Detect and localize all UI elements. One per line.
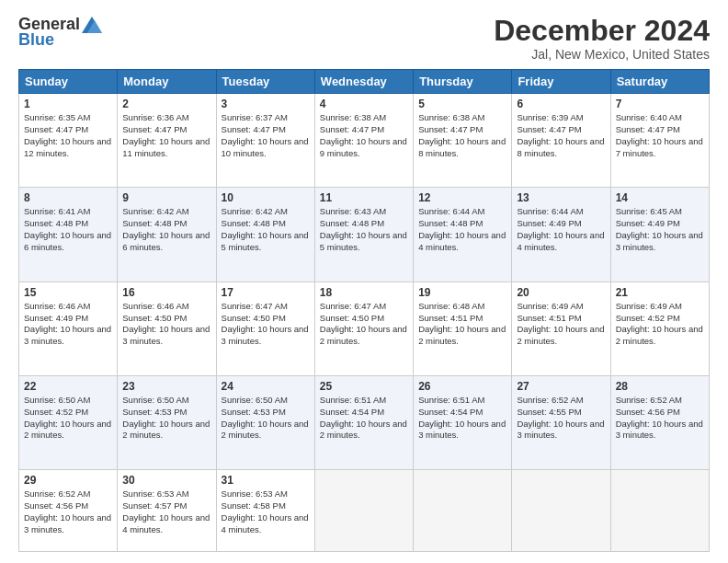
day-info: Sunrise: 6:50 AM	[122, 395, 210, 407]
day-number: 31	[222, 474, 310, 487]
day-number: 28	[616, 380, 704, 393]
table-row: 16Sunrise: 6:46 AMSunset: 4:50 PMDayligh…	[118, 282, 216, 375]
day-number: 6	[517, 98, 605, 110]
logo-blue: Blue	[18, 30, 54, 50]
table-row: 2Sunrise: 6:36 AMSunset: 4:47 PMDaylight…	[118, 94, 216, 188]
day-info: Sunset: 4:53 PM	[122, 407, 210, 419]
day-info: Sunset: 4:54 PM	[418, 407, 506, 419]
day-info: Sunrise: 6:49 AM	[616, 301, 704, 313]
day-info: Sunset: 4:47 PM	[517, 124, 605, 136]
day-info: Sunset: 4:48 PM	[418, 218, 506, 230]
day-info: Sunrise: 6:48 AM	[418, 301, 506, 313]
day-info: Sunrise: 6:46 AM	[24, 301, 112, 313]
day-number: 12	[418, 191, 506, 204]
day-info: Daylight: 10 hours and 2 minutes.	[418, 324, 506, 348]
day-info: Sunset: 4:49 PM	[517, 218, 605, 230]
day-number: 2	[122, 98, 210, 110]
table-row: 6Sunrise: 6:39 AMSunset: 4:47 PMDaylight…	[512, 94, 610, 188]
day-info: Daylight: 10 hours and 9 minutes.	[320, 136, 408, 160]
day-info: Daylight: 10 hours and 11 minutes.	[122, 136, 210, 160]
day-info: Daylight: 10 hours and 8 minutes.	[418, 136, 506, 160]
day-info: Sunrise: 6:37 AM	[222, 112, 310, 124]
table-row: 13Sunrise: 6:44 AMSunset: 4:49 PMDayligh…	[512, 188, 610, 282]
day-info: Sunrise: 6:51 AM	[320, 395, 408, 407]
day-info: Sunrise: 6:36 AM	[122, 112, 210, 124]
day-info: Sunset: 4:47 PM	[122, 124, 210, 136]
day-info: Sunset: 4:47 PM	[24, 124, 112, 136]
day-info: Sunrise: 6:45 AM	[616, 206, 704, 218]
table-row: 18Sunrise: 6:47 AMSunset: 4:50 PMDayligh…	[314, 282, 413, 375]
day-info: Sunrise: 6:47 AM	[320, 301, 408, 313]
day-number: 30	[122, 474, 210, 487]
day-info: Sunset: 4:58 PM	[222, 500, 310, 512]
day-info: Daylight: 10 hours and 3 minutes.	[616, 419, 704, 442]
day-number: 10	[222, 191, 310, 204]
day-info: Sunrise: 6:39 AM	[517, 112, 605, 124]
table-row: 17Sunrise: 6:47 AMSunset: 4:50 PMDayligh…	[216, 282, 314, 375]
table-row	[314, 470, 413, 552]
table-row: 1Sunrise: 6:35 AMSunset: 4:47 PMDaylight…	[19, 94, 118, 188]
day-info: Sunrise: 6:41 AM	[24, 206, 112, 218]
day-number: 19	[418, 286, 506, 299]
day-info: Sunset: 4:47 PM	[418, 124, 506, 136]
day-info: Sunrise: 6:52 AM	[24, 488, 112, 500]
day-number: 24	[222, 380, 310, 393]
day-info: Daylight: 10 hours and 7 minutes.	[616, 136, 704, 160]
table-row: 4Sunrise: 6:38 AMSunset: 4:47 PMDaylight…	[314, 94, 413, 188]
table-row	[414, 470, 512, 552]
day-info: Daylight: 10 hours and 3 minutes.	[24, 324, 112, 348]
day-info: Daylight: 10 hours and 3 minutes.	[24, 512, 112, 536]
page: General Blue December 2024 Jal, New Mexi…	[0, 0, 728, 563]
day-number: 29	[24, 474, 112, 487]
day-info: Sunset: 4:48 PM	[222, 218, 310, 230]
table-row: 3Sunrise: 6:37 AMSunset: 4:47 PMDaylight…	[216, 94, 314, 188]
table-row: 25Sunrise: 6:51 AMSunset: 4:54 PMDayligh…	[314, 376, 413, 470]
day-info: Sunset: 4:51 PM	[418, 313, 506, 325]
day-info: Daylight: 10 hours and 4 minutes.	[418, 230, 506, 254]
day-info: Daylight: 10 hours and 2 minutes.	[517, 324, 605, 348]
day-info: Sunset: 4:50 PM	[122, 313, 210, 325]
day-info: Daylight: 10 hours and 4 minutes.	[517, 230, 605, 254]
table-row: 28Sunrise: 6:52 AMSunset: 4:56 PMDayligh…	[610, 376, 709, 470]
day-info: Sunrise: 6:42 AM	[222, 206, 310, 218]
col-sunday: Sunday	[19, 70, 118, 94]
day-info: Daylight: 10 hours and 2 minutes.	[616, 324, 704, 348]
day-info: Daylight: 10 hours and 6 minutes.	[24, 230, 112, 254]
day-info: Daylight: 10 hours and 3 minutes.	[418, 419, 506, 442]
table-row: 7Sunrise: 6:40 AMSunset: 4:47 PMDaylight…	[610, 94, 709, 188]
day-number: 11	[320, 191, 408, 204]
day-info: Daylight: 10 hours and 3 minutes.	[122, 324, 210, 348]
day-number: 17	[222, 286, 310, 299]
table-row: 21Sunrise: 6:49 AMSunset: 4:52 PMDayligh…	[610, 282, 709, 375]
table-row: 14Sunrise: 6:45 AMSunset: 4:49 PMDayligh…	[610, 188, 709, 282]
day-info: Sunset: 4:47 PM	[222, 124, 310, 136]
table-row: 10Sunrise: 6:42 AMSunset: 4:48 PMDayligh…	[216, 188, 314, 282]
day-number: 21	[616, 286, 704, 299]
day-number: 22	[24, 380, 112, 393]
day-number: 26	[418, 380, 506, 393]
day-number: 5	[418, 98, 506, 110]
month-title: December 2024	[494, 15, 710, 47]
day-info: Daylight: 10 hours and 2 minutes.	[24, 419, 112, 442]
table-row: 22Sunrise: 6:50 AMSunset: 4:52 PMDayligh…	[19, 376, 118, 470]
day-number: 27	[517, 380, 605, 393]
col-monday: Monday	[118, 70, 216, 94]
day-number: 3	[222, 98, 310, 110]
table-row: 19Sunrise: 6:48 AMSunset: 4:51 PMDayligh…	[414, 282, 512, 375]
day-number: 25	[320, 380, 408, 393]
day-number: 8	[24, 191, 112, 204]
day-info: Sunset: 4:47 PM	[616, 124, 704, 136]
day-info: Daylight: 10 hours and 10 minutes.	[222, 136, 310, 160]
day-info: Sunrise: 6:53 AM	[122, 488, 210, 500]
col-thursday: Thursday	[414, 70, 512, 94]
day-number: 4	[320, 98, 408, 110]
day-info: Sunrise: 6:44 AM	[418, 206, 506, 218]
day-number: 16	[122, 286, 210, 299]
table-row: 31Sunrise: 6:53 AMSunset: 4:58 PMDayligh…	[216, 470, 314, 552]
day-info: Daylight: 10 hours and 2 minutes.	[122, 419, 210, 442]
day-info: Sunrise: 6:52 AM	[616, 395, 704, 407]
day-info: Daylight: 10 hours and 4 minutes.	[222, 512, 310, 536]
day-info: Daylight: 10 hours and 4 minutes.	[122, 512, 210, 536]
table-row: 8Sunrise: 6:41 AMSunset: 4:48 PMDaylight…	[19, 188, 118, 282]
header: General Blue December 2024 Jal, New Mexi…	[18, 15, 710, 62]
